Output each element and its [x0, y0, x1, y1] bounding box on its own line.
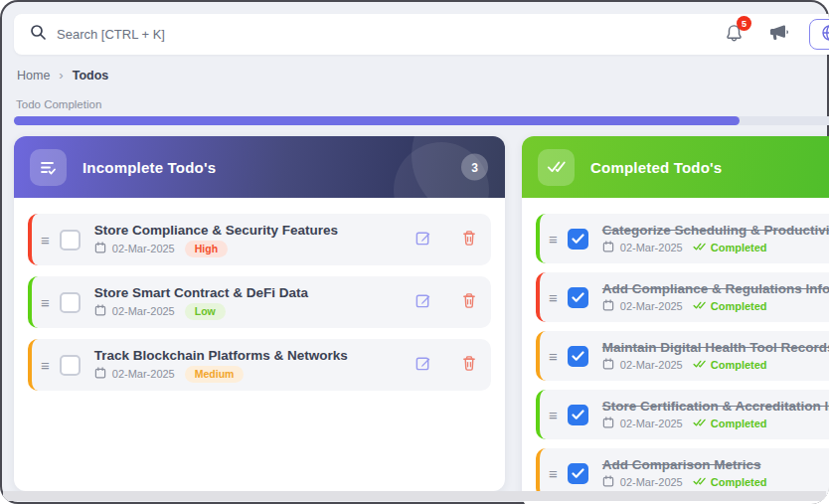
double-check-icon — [538, 149, 575, 186]
drag-handle-icon[interactable]: ≡ — [549, 349, 558, 364]
completed-status-text: Completed — [711, 418, 767, 429]
announcements-button[interactable] — [769, 24, 789, 45]
topbar: 5 — [14, 14, 829, 55]
todo-checkbox-checked[interactable] — [568, 229, 588, 250]
delete-todo-button[interactable] — [459, 290, 479, 314]
edit-todo-button[interactable] — [413, 290, 433, 314]
delete-todo-button[interactable] — [459, 353, 479, 377]
completed-status-text: Completed — [711, 359, 767, 371]
todo-title: Store Compliance & Security Features — [94, 223, 338, 238]
completed-todos-card: Completed Todo's ≡ Categorize Scheduling… — [522, 136, 829, 504]
double-check-small-icon — [693, 300, 707, 312]
completed-card-title: Completed Todo's — [590, 159, 722, 176]
edit-todo-button[interactable] — [413, 353, 433, 377]
completed-card-header: Completed Todo's — [522, 136, 829, 198]
breadcrumb-home-link[interactable]: Home — [17, 69, 50, 83]
todo-checkbox[interactable] — [60, 292, 81, 313]
incomplete-card-title: Incomplete Todo's — [83, 159, 216, 176]
double-check-small-icon — [693, 476, 707, 488]
calendar-icon — [602, 358, 614, 372]
todo-text: Track Blockchain Platforms & Networks 02… — [94, 348, 348, 383]
todo-date: 02-Mar-2025 — [620, 242, 683, 253]
trash-icon — [461, 292, 477, 312]
todo-date: 02-Mar-2025 — [112, 305, 175, 317]
incomplete-card-header: Incomplete Todo's 3 — [14, 136, 505, 198]
drag-handle-icon[interactable]: ≡ — [549, 466, 558, 481]
incomplete-todos-card: Incomplete Todo's 3 ≡ Store Compliance &… — [14, 136, 505, 491]
todo-meta: 02-Mar-2025 Completed — [602, 417, 829, 430]
completed-status: Completed — [693, 359, 767, 371]
calendar-icon — [94, 304, 106, 318]
calendar-icon — [602, 475, 614, 489]
completed-todo-row[interactable]: ≡ Categorize Scheduling & Productivity A… — [536, 214, 829, 263]
completed-status-text: Completed — [711, 242, 767, 253]
todo-text: Add Compliance & Regulations Info 02-Mar… — [602, 281, 829, 313]
topbar-actions: 5 — [725, 19, 829, 50]
drag-handle-icon[interactable]: ≡ — [41, 233, 50, 248]
todo-title: Categorize Scheduling & Productivity App… — [602, 223, 829, 238]
calendar-icon — [94, 367, 106, 381]
drag-handle-icon[interactable]: ≡ — [41, 358, 50, 373]
drag-handle-icon[interactable]: ≡ — [41, 295, 50, 310]
todo-meta: 02-Mar-2025 Medium — [94, 366, 348, 383]
calendar-icon — [602, 241, 614, 254]
todo-date: 02-Mar-2025 — [620, 476, 683, 488]
search-input[interactable] — [57, 27, 355, 42]
progress-fill — [14, 116, 740, 125]
horizontal-scrollbar[interactable] — [3, 491, 826, 501]
priority-badge: Medium — [185, 366, 245, 383]
drag-handle-icon[interactable]: ≡ — [549, 408, 558, 422]
completed-todo-row[interactable]: ≡ Maintain Digital Health Tool Records 0… — [536, 331, 829, 381]
edit-icon — [414, 355, 431, 375]
todo-date: 02-Mar-2025 — [620, 300, 683, 312]
search-icon — [30, 24, 47, 45]
todo-date: 02-Mar-2025 — [620, 418, 683, 429]
todo-title: Track Blockchain Platforms & Networks — [94, 348, 348, 363]
todo-title: Add Compliance & Regulations Info — [602, 281, 829, 296]
todo-checkbox[interactable] — [60, 355, 81, 376]
todo-date: 02-Mar-2025 — [112, 368, 175, 380]
todo-checkbox[interactable] — [60, 230, 81, 251]
todo-checkbox-checked[interactable] — [568, 405, 588, 425]
completed-status: Completed — [693, 418, 767, 429]
todo-title: Maintain Digital Health Tool Records — [602, 340, 829, 355]
todo-title: Store Certification & Accreditation Info — [602, 399, 829, 414]
todo-text: Store Compliance & Security Features 02-… — [94, 223, 338, 257]
todo-checkbox-checked[interactable] — [568, 346, 588, 367]
notifications-button[interactable]: 5 — [725, 23, 744, 46]
delete-todo-button[interactable] — [459, 228, 479, 252]
language-selector-button[interactable] — [809, 19, 829, 50]
breadcrumb-current: Todos — [73, 69, 109, 83]
completed-todo-row[interactable]: ≡ Store Certification & Accreditation In… — [536, 390, 829, 439]
todo-title: Add Comparison Metrics — [602, 457, 767, 472]
incomplete-todo-row[interactable]: ≡ Store Smart Contract & DeFi Data 02-Ma… — [28, 276, 491, 328]
edit-todo-button[interactable] — [413, 228, 433, 252]
completed-status-text: Completed — [711, 300, 767, 312]
completed-status-text: Completed — [711, 476, 767, 488]
todo-completion-progressbar — [14, 116, 829, 125]
double-check-small-icon — [693, 359, 707, 371]
calendar-icon — [94, 242, 106, 255]
calendar-icon — [602, 299, 614, 313]
trash-icon — [461, 355, 477, 375]
todo-meta: 02-Mar-2025 Completed — [602, 475, 767, 489]
todo-meta: 02-Mar-2025 Completed — [602, 241, 829, 254]
double-check-small-icon — [693, 418, 707, 429]
priority-badge: Low — [185, 303, 226, 320]
incomplete-todo-row[interactable]: ≡ Store Compliance & Security Features 0… — [28, 214, 491, 265]
todo-meta: 02-Mar-2025 Completed — [602, 299, 829, 313]
search-bar[interactable] — [30, 24, 725, 45]
double-check-small-icon — [693, 242, 707, 253]
completed-todo-row[interactable]: ≡ Add Compliance & Regulations Info 02-M… — [536, 272, 829, 322]
todo-checkbox-checked[interactable] — [568, 463, 588, 484]
todo-title: Store Smart Contract & DeFi Data — [94, 285, 308, 300]
todo-cards: Incomplete Todo's 3 ≡ Store Compliance &… — [14, 136, 829, 504]
incomplete-todo-list: ≡ Store Compliance & Security Features 0… — [14, 198, 505, 391]
drag-handle-icon[interactable]: ≡ — [549, 290, 558, 305]
breadcrumb-separator-icon: › — [59, 68, 63, 83]
todo-text: Store Certification & Accreditation Info… — [602, 399, 829, 430]
todo-checkbox-checked[interactable] — [568, 287, 588, 308]
drag-handle-icon[interactable]: ≡ — [549, 232, 558, 247]
incomplete-todo-row[interactable]: ≡ Track Blockchain Platforms & Networks … — [28, 339, 491, 391]
todo-date: 02-Mar-2025 — [112, 243, 175, 254]
